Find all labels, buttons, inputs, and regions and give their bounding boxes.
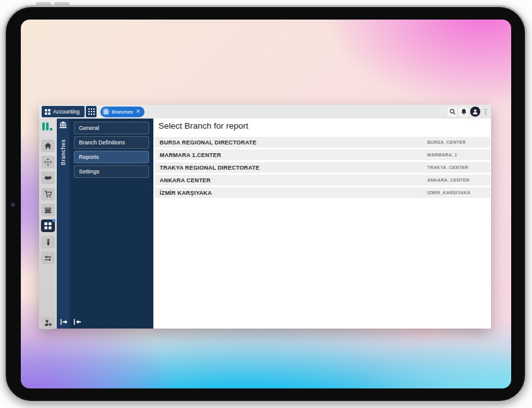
menu-item-settings[interactable]: Settings <box>74 165 149 178</box>
rail-move-button[interactable] <box>41 156 55 168</box>
rail-home-button[interactable] <box>41 139 55 152</box>
cart-icon <box>44 190 52 198</box>
avatar-person-icon <box>472 108 478 115</box>
rail-transfer-button[interactable] <box>41 252 55 264</box>
panel-bottom-actions <box>59 318 81 326</box>
home-icon <box>44 142 52 149</box>
collapse-panel-icon[interactable] <box>73 318 81 326</box>
user-settings-icon <box>44 319 52 327</box>
page-title: Select Branch for report <box>158 121 249 131</box>
branch-name: İZMİR KARŞIYAKA <box>160 190 212 196</box>
rail-user-settings-button[interactable] <box>41 317 55 329</box>
branch-row-marmara[interactable]: MARMARA 1.CENTER MARMARA_1 <box>155 149 490 160</box>
branch-row-ankara[interactable]: ANKARA CENTER ANKARA_CENTER <box>155 175 490 185</box>
handshake-icon <box>44 175 52 181</box>
branch-name: TRAKYA REGIONAL DIRECTORATE <box>160 165 259 171</box>
app-label: Accounting <box>53 108 80 115</box>
branch-code: BURSA_CENTER <box>427 140 466 144</box>
move-icon <box>44 158 52 166</box>
transfer-icon <box>44 255 52 261</box>
front-camera <box>11 202 15 207</box>
tablet-frame: Accounting Branches × <box>4 5 527 403</box>
module-grid-icon <box>88 108 95 115</box>
bank-icon <box>102 108 110 115</box>
branch-list: BURSA REGIONAL DIRECTORATE BURSA_CENTER … <box>155 137 490 198</box>
module-grid-button[interactable] <box>86 106 97 117</box>
branch-code: IZMIR_KARSIYAKA <box>427 190 470 195</box>
branch-name: BURSA REGIONAL DIRECTORATE <box>160 139 256 146</box>
branch-row-izmir[interactable]: İZMİR KARŞIYAKA IZMIR_KARSIYAKA <box>155 187 490 198</box>
branches-submenu: General Branch Definitions Reports Setti… <box>69 119 153 329</box>
tab-label: Branches <box>112 109 133 115</box>
window-body: Branches General Branch Definitions Repo… <box>39 119 491 329</box>
page: Accounting Branches × <box>0 0 532 408</box>
search-icon <box>449 108 456 115</box>
menu-item-branch-definitions[interactable]: Branch Definitions <box>74 136 149 149</box>
tab-branches[interactable]: Branches × <box>100 107 145 117</box>
search-button[interactable] <box>447 107 457 117</box>
bell-icon <box>461 108 467 115</box>
topbar-left-group: Accounting Branches × <box>42 106 145 117</box>
person-icon <box>45 238 52 246</box>
user-avatar[interactable] <box>470 107 480 117</box>
kebab-menu-icon[interactable]: ⋮ <box>482 107 487 117</box>
notifications-button[interactable] <box>459 107 468 117</box>
main-content: Select Branch for report BURSA REGIONAL … <box>153 119 491 329</box>
apps-grid-icon <box>45 109 50 115</box>
app-switcher-accounting[interactable]: Accounting <box>42 106 85 117</box>
branch-code: TRAKYA_CENTER <box>427 165 468 170</box>
module-icon-rail <box>39 119 57 329</box>
app-logo <box>42 122 52 131</box>
menu-item-reports[interactable]: Reports <box>74 151 149 163</box>
branch-code: ANKARA_CENTER <box>427 178 470 182</box>
menu-item-general[interactable]: General <box>74 122 149 134</box>
apps-icon <box>44 222 52 230</box>
window-topbar: Accounting Branches × <box>39 105 491 119</box>
rail-handshake-button[interactable] <box>41 172 55 184</box>
module-strip-branches: Branches <box>57 119 69 329</box>
screen-wallpaper: Accounting Branches × <box>21 20 511 388</box>
module-vertical-label: Branches <box>57 131 69 173</box>
rail-cash-register-button[interactable] <box>41 204 55 216</box>
rail-person-button[interactable] <box>41 236 55 248</box>
tab-close-icon[interactable]: × <box>136 108 140 115</box>
logout-icon[interactable] <box>59 318 68 326</box>
cash-register-icon <box>44 207 52 214</box>
rail-branches-button[interactable] <box>41 219 55 232</box>
branch-name: MARMARA 1.CENTER <box>160 152 221 158</box>
app-window: Accounting Branches × <box>39 105 491 329</box>
topbar-right-group: ⋮ <box>447 107 487 117</box>
branch-row-bursa[interactable]: BURSA REGIONAL DIRECTORATE BURSA_CENTER <box>155 137 490 148</box>
rail-cart-button[interactable] <box>41 188 55 201</box>
bank-icon <box>59 121 67 129</box>
branch-code: MARMARA_1 <box>427 153 457 157</box>
branch-name: ANKARA CENTER <box>160 177 211 184</box>
branch-row-trakya[interactable]: TRAKYA REGIONAL DIRECTORATE TRAKYA_CENTE… <box>155 162 490 173</box>
